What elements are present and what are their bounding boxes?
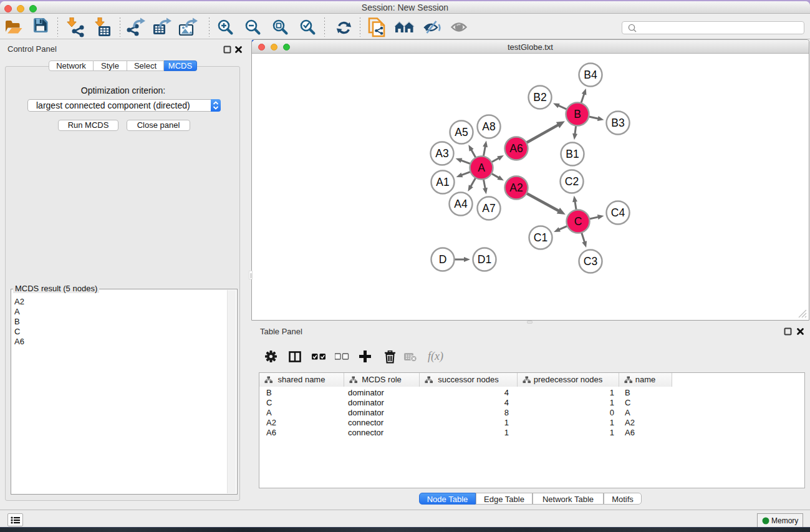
- svg-text:A3: A3: [435, 147, 448, 160]
- svg-text:A7: A7: [482, 202, 495, 215]
- svg-text:A1: A1: [436, 176, 449, 188]
- svg-text:B: B: [574, 108, 581, 120]
- svg-text:A5: A5: [455, 126, 468, 138]
- svg-text:B1: B1: [566, 148, 579, 160]
- svg-text:A8: A8: [482, 120, 495, 133]
- svg-text:A: A: [478, 162, 485, 174]
- svg-text:B3: B3: [611, 117, 624, 129]
- svg-text:C1: C1: [534, 231, 547, 244]
- svg-text:D: D: [439, 253, 447, 266]
- svg-text:A4: A4: [454, 198, 468, 210]
- svg-text:C2: C2: [565, 175, 579, 188]
- svg-text:C3: C3: [584, 255, 597, 268]
- svg-text:B4: B4: [584, 69, 597, 81]
- svg-text:A2: A2: [509, 181, 523, 194]
- svg-text:D1: D1: [478, 253, 491, 266]
- svg-text:A6: A6: [509, 142, 523, 155]
- svg-text:C4: C4: [611, 206, 625, 219]
- svg-text:C: C: [574, 215, 582, 228]
- svg-text:B2: B2: [533, 91, 546, 104]
